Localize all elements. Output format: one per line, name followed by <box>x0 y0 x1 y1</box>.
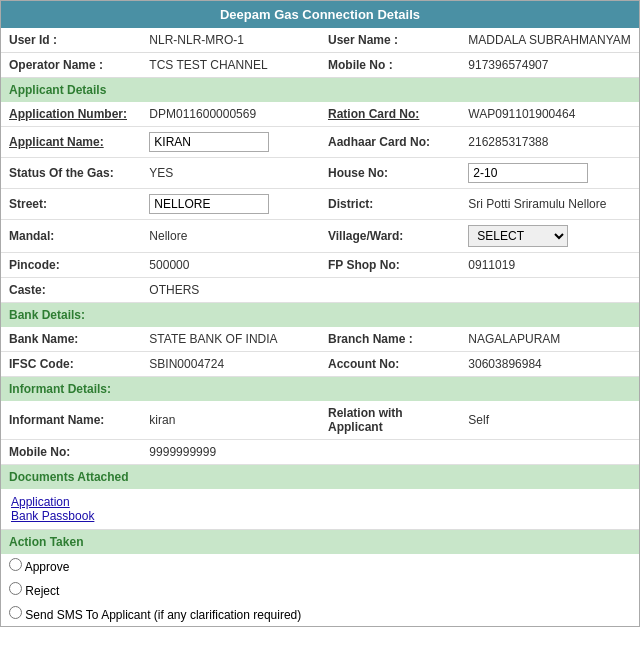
villageward-select[interactable]: SELECT <box>468 225 568 247</box>
caste-label: Caste: <box>1 278 141 303</box>
statusgas-value: YES <box>141 158 320 189</box>
pincode-label: Pincode: <box>1 253 141 278</box>
sendsms-radio[interactable] <box>9 606 22 619</box>
approve-radio[interactable] <box>9 558 22 571</box>
reject-radio-label: Reject <box>9 584 59 598</box>
bankname-value: STATE BANK OF INDIA <box>141 327 320 352</box>
informant-mobile-value: 9999999999 <box>141 440 320 465</box>
operatorname-value: TCS TEST CHANNEL <box>141 53 320 78</box>
district-value: Sri Potti Sriramulu Nellore <box>460 189 639 220</box>
application-link[interactable]: Application <box>11 495 70 509</box>
relation-label: Relation with Applicant <box>320 401 460 440</box>
operatorname-label: Operator Name : <box>1 53 141 78</box>
fpshop-value: 0911019 <box>460 253 639 278</box>
username-label: User Name : <box>320 28 460 53</box>
appnumber-label: Application Number: <box>1 102 141 127</box>
branchname-value: NAGALAPURAM <box>460 327 639 352</box>
rationcard-label: Ration Card No: <box>320 102 460 127</box>
mobileno-label: Mobile No : <box>320 53 460 78</box>
informant-mobile-label: Mobile No: <box>1 440 141 465</box>
district-label: District: <box>320 189 460 220</box>
applicantname-label: Applicant Name: <box>1 127 141 158</box>
applicantname-input[interactable] <box>149 132 269 152</box>
action-taken-header: Action Taken <box>1 530 639 554</box>
houseno-label: House No: <box>320 158 460 189</box>
reject-radio[interactable] <box>9 582 22 595</box>
branchname-label: Branch Name : <box>320 327 460 352</box>
street-label: Street: <box>1 189 141 220</box>
ifsc-label: IFSC Code: <box>1 352 141 377</box>
ifsc-value: SBIN0004724 <box>141 352 320 377</box>
rationcard-value: WAP091101900464 <box>460 102 639 127</box>
fpshop-label: FP Shop No: <box>320 253 460 278</box>
villageward-label: Village/Ward: <box>320 220 460 253</box>
bank-details-header: Bank Details: <box>1 303 639 327</box>
mandal-label: Mandal: <box>1 220 141 253</box>
account-label: Account No: <box>320 352 460 377</box>
informantname-value: kiran <box>141 401 320 440</box>
statusgas-label: Status Of the Gas: <box>1 158 141 189</box>
sendsms-radio-label: Send SMS To Applicant (if any clarificat… <box>9 608 301 622</box>
approve-radio-label: Approve <box>9 560 69 574</box>
userid-value: NLR-NLR-MRO-1 <box>141 28 320 53</box>
mandal-value: Nellore <box>141 220 320 253</box>
mobileno-value: 917396574907 <box>460 53 639 78</box>
applicant-details-header: Applicant Details <box>1 78 639 102</box>
street-input[interactable] <box>149 194 269 214</box>
page-title: Deepam Gas Connection Details <box>1 1 639 28</box>
informantname-label: Informant Name: <box>1 401 141 440</box>
appnumber-value: DPM011600000569 <box>141 102 320 127</box>
caste-value: OTHERS <box>141 278 320 303</box>
aadhaar-value: 216285317388 <box>460 127 639 158</box>
account-value: 30603896984 <box>460 352 639 377</box>
relation-value: Self <box>460 401 639 440</box>
houseno-input[interactable] <box>468 163 588 183</box>
userid-label: User Id : <box>1 28 141 53</box>
bank-passbook-link[interactable]: Bank Passbook <box>11 509 94 523</box>
bankname-label: Bank Name: <box>1 327 141 352</box>
username-value: MADDALA SUBRAHMANYAM <box>460 28 639 53</box>
documents-header: Documents Attached <box>1 465 639 489</box>
pincode-value: 500000 <box>141 253 320 278</box>
aadhaar-label: Aadhaar Card No: <box>320 127 460 158</box>
informant-details-header: Informant Details: <box>1 377 639 401</box>
